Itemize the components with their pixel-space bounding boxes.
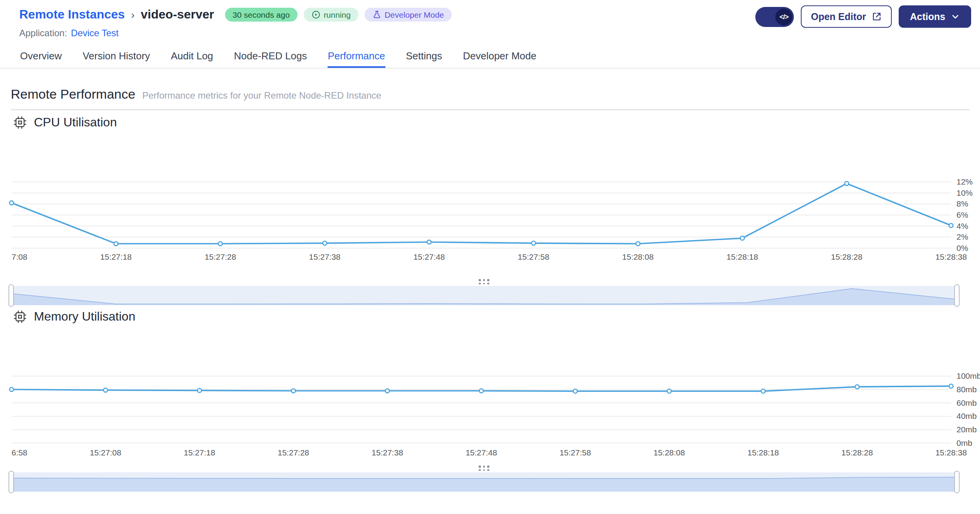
memory-chart-navigator: [11, 465, 957, 492]
svg-text:100mb: 100mb: [956, 371, 980, 380]
cpu-utilisation-chart: 0%2%4%6%8%10%12%7:0815:27:1815:27:2815:2…: [0, 135, 980, 266]
breadcrumb-separator: ›: [131, 8, 134, 21]
svg-text:7:08: 7:08: [12, 252, 27, 261]
tab-audit-log[interactable]: Audit Log: [171, 44, 213, 68]
cpu-navigator-track[interactable]: [11, 286, 957, 305]
cpu-section-header: CPU Utilisation: [13, 116, 117, 129]
svg-text:10%: 10%: [956, 188, 973, 197]
instance-performance-page: Remote Instances › video-server 30 secon…: [0, 0, 980, 514]
running-icon: [311, 10, 321, 19]
svg-text:80mb: 80mb: [956, 385, 977, 394]
actions-label: Actions: [910, 11, 945, 22]
tab-version-history[interactable]: Version History: [82, 44, 150, 68]
actions-button[interactable]: Actions: [898, 5, 971, 28]
tab-performance[interactable]: Performance: [328, 44, 385, 68]
tab-node-red-logs[interactable]: Node-RED Logs: [234, 44, 307, 68]
memory-section-title: Memory Utilisation: [34, 310, 135, 324]
svg-text:40mb: 40mb: [956, 412, 977, 420]
header-actions: </> Open Editor Actions: [755, 5, 971, 28]
svg-text:8%: 8%: [956, 199, 968, 208]
application-label: Application:: [19, 28, 67, 39]
svg-text:15:27:58: 15:27:58: [560, 448, 591, 457]
svg-text:15:27:28: 15:27:28: [278, 448, 309, 457]
svg-text:15:28:38: 15:28:38: [935, 252, 967, 261]
developer-mode-badge: Developer Mode: [365, 7, 452, 22]
svg-text:12%: 12%: [956, 177, 973, 186]
svg-text:0mb: 0mb: [956, 438, 972, 447]
drag-handle-icon[interactable]: [11, 465, 957, 471]
drag-handle-icon[interactable]: [11, 279, 957, 284]
application-link[interactable]: Device Test: [71, 28, 119, 39]
svg-text:20mb: 20mb: [956, 425, 977, 434]
last-seen-badge: 30 seconds ago: [225, 7, 298, 22]
page-title: Remote Performance: [11, 87, 135, 102]
memory-section-header: Memory Utilisation: [13, 310, 135, 324]
external-link-icon: [871, 12, 881, 22]
memory-chip-icon: [13, 310, 27, 324]
svg-text:4%: 4%: [956, 222, 968, 230]
svg-text:0%: 0%: [956, 244, 968, 252]
svg-text:2%: 2%: [956, 232, 968, 241]
svg-text:6:58: 6:58: [12, 448, 27, 457]
svg-text:15:27:18: 15:27:18: [184, 448, 215, 457]
svg-text:15:27:28: 15:27:28: [205, 252, 236, 261]
svg-text:6%: 6%: [956, 210, 968, 219]
svg-text:15:27:48: 15:27:48: [414, 252, 445, 261]
svg-text:15:27:18: 15:27:18: [100, 252, 132, 261]
svg-text:15:27:58: 15:27:58: [518, 252, 550, 261]
status-badge: running: [304, 7, 358, 22]
status-badge-label: running: [324, 10, 351, 19]
page-subtitle: Performance metrics for your Remote Node…: [142, 90, 381, 101]
svg-text:15:27:38: 15:27:38: [309, 252, 341, 261]
developer-mode-badge-label: Developer Mode: [385, 10, 444, 19]
code-icon: </>: [775, 8, 792, 25]
svg-text:15:28:28: 15:28:28: [841, 448, 873, 457]
tab-settings[interactable]: Settings: [406, 44, 442, 68]
svg-text:15:27:38: 15:27:38: [371, 448, 403, 457]
beaker-icon: [372, 10, 382, 19]
cpu-navigator-left-handle[interactable]: [8, 284, 14, 307]
open-editor-label: Open Editor: [811, 11, 866, 22]
developer-mode-toggle[interactable]: </>: [755, 7, 794, 27]
instance-name: video-server: [141, 8, 214, 22]
cpu-navigator-minichart: [11, 286, 957, 305]
tab-developer-mode[interactable]: Developer Mode: [463, 44, 536, 68]
memory-navigator-left-handle[interactable]: [8, 471, 14, 493]
memory-navigator-track[interactable]: [11, 472, 957, 492]
tab-overview[interactable]: Overview: [20, 44, 62, 68]
svg-text:15:28:18: 15:28:18: [748, 448, 779, 457]
application-row: Application: Device Test: [19, 28, 119, 39]
cpu-chart-navigator: [11, 279, 957, 305]
memory-navigator-right-handle[interactable]: [954, 471, 960, 493]
title-divider: [11, 109, 969, 110]
svg-text:60mb: 60mb: [956, 398, 977, 407]
instance-tabs: Overview Version History Audit Log Node-…: [0, 44, 980, 69]
svg-text:15:28:08: 15:28:08: [654, 448, 685, 457]
svg-text:15:28:28: 15:28:28: [831, 252, 862, 261]
cpu-chip-icon: [13, 116, 27, 129]
svg-text:15:28:38: 15:28:38: [935, 448, 967, 457]
cpu-section-title: CPU Utilisation: [34, 116, 117, 129]
chevron-down-icon: [951, 12, 959, 21]
svg-text:15:28:08: 15:28:08: [622, 252, 654, 261]
svg-text:15:27:08: 15:27:08: [90, 448, 121, 457]
memory-navigator-minichart: [11, 472, 957, 492]
breadcrumb: Remote Instances › video-server 30 secon…: [19, 5, 452, 24]
breadcrumb-parent-link[interactable]: Remote Instances: [19, 8, 125, 22]
cpu-navigator-right-handle[interactable]: [954, 284, 960, 307]
open-editor-button[interactable]: Open Editor: [801, 5, 891, 28]
svg-text:15:27:48: 15:27:48: [466, 448, 497, 457]
page-title-row: Remote Performance Performance metrics f…: [11, 87, 381, 102]
svg-text:15:28:18: 15:28:18: [726, 252, 758, 261]
memory-utilisation-chart: 0mb20mb40mb60mb80mb100mb6:5815:27:0815:2…: [0, 362, 980, 462]
